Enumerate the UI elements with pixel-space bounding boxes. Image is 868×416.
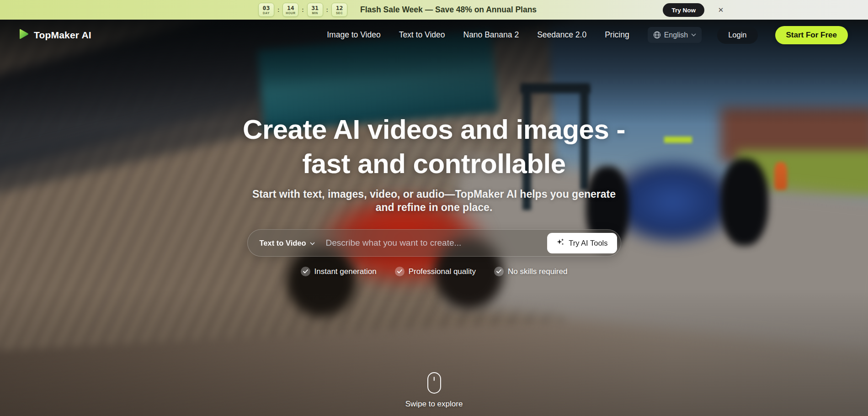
brand-name: TopMaker AI xyxy=(34,30,91,41)
feature-no-skills-required: No skills required xyxy=(494,267,567,276)
check-icon xyxy=(494,267,504,276)
mouse-scroll-icon xyxy=(427,372,441,394)
feature-instant-generation: Instant generation xyxy=(301,267,377,276)
feature-label: Instant generation xyxy=(314,267,377,276)
countdown-timer: 03 DAY : 14 HOUR : 31 MIN : 12 SEC xyxy=(258,3,347,17)
hero-title: Create AI videos and images - fast and c… xyxy=(0,112,868,181)
hero-content: Create AI videos and images - fast and c… xyxy=(0,20,868,276)
countdown-hours-unit: HOUR xyxy=(286,11,295,15)
countdown-days-value: 03 xyxy=(263,5,270,11)
feature-label: No skills required xyxy=(508,267,567,276)
countdown-separator: : xyxy=(326,6,328,13)
hero-title-line2: fast and controllable xyxy=(302,148,565,179)
prompt-input[interactable] xyxy=(326,238,548,248)
prompt-bar: Text to Video Try AI Tools xyxy=(247,229,621,257)
brand-logo[interactable]: TopMaker AI xyxy=(17,28,91,42)
mode-select-label: Text to Video xyxy=(260,239,306,247)
check-icon xyxy=(395,267,405,276)
mode-select-dropdown[interactable]: Text to Video xyxy=(248,239,315,247)
nav-item-text-to-video[interactable]: Text to Video xyxy=(399,30,445,40)
start-for-free-button[interactable]: Start For Free xyxy=(775,26,848,44)
nav-menu: Image to Video Text to Video Nano Banana… xyxy=(327,30,629,40)
language-label: English xyxy=(664,31,688,39)
feature-professional-quality: Professional quality xyxy=(395,267,476,276)
countdown-hours: 14 HOUR xyxy=(282,3,298,17)
sparkles-icon xyxy=(556,238,564,248)
countdown-seconds-value: 12 xyxy=(336,5,343,11)
countdown-separator: : xyxy=(277,6,279,13)
countdown-seconds-unit: SEC xyxy=(336,11,343,15)
nav-item-nano-banana-2[interactable]: Nano Banana 2 xyxy=(463,30,519,40)
try-ai-tools-label: Try AI Tools xyxy=(569,239,607,247)
try-now-button[interactable]: Try Now xyxy=(663,3,704,17)
language-selector[interactable]: English xyxy=(648,27,702,43)
swipe-hint-label: Swipe to explore xyxy=(405,400,463,409)
mouse-wheel xyxy=(433,377,435,381)
chevron-down-icon xyxy=(691,33,696,37)
nav-item-pricing[interactable]: Pricing xyxy=(605,30,629,40)
countdown-minutes: 31 MIN xyxy=(307,3,323,17)
hero-section: TopMaker AI Image to Video Text to Video… xyxy=(0,20,868,416)
hero-title-line1: Create AI videos and images - xyxy=(243,114,625,145)
play-logo-icon xyxy=(17,28,30,42)
close-icon[interactable]: ✕ xyxy=(716,5,725,15)
main-nav: TopMaker AI Image to Video Text to Video… xyxy=(0,20,868,50)
countdown-minutes-unit: MIN xyxy=(312,11,318,15)
flash-sale-message: Flash Sale Week — Save 48% on Annual Pla… xyxy=(360,5,537,15)
check-icon xyxy=(301,267,310,276)
feature-label: Professional quality xyxy=(409,267,476,276)
countdown-seconds: 12 SEC xyxy=(331,3,347,17)
flash-sale-banner: 03 DAY : 14 HOUR : 31 MIN : 12 SEC Flash… xyxy=(0,0,868,20)
countdown-hours-value: 14 xyxy=(287,5,294,11)
hero-subtitle-line1: Start with text, images, video, or audio… xyxy=(252,188,616,200)
feature-list: Instant generation Professional quality … xyxy=(0,267,868,276)
chevron-down-icon xyxy=(310,239,315,247)
nav-item-seedance-2-0[interactable]: Seedance 2.0 xyxy=(537,30,586,40)
nav-item-image-to-video[interactable]: Image to Video xyxy=(327,30,380,40)
globe-icon xyxy=(653,31,661,39)
countdown-minutes-value: 31 xyxy=(311,5,319,11)
hero-subtitle-line2: and refine in one place. xyxy=(376,201,493,213)
countdown-separator: : xyxy=(302,6,304,13)
try-ai-tools-button[interactable]: Try AI Tools xyxy=(547,233,617,253)
login-button[interactable]: Login xyxy=(717,26,757,44)
hero-subtitle: Start with text, images, video, or audio… xyxy=(0,188,868,214)
countdown-days-unit: DAY xyxy=(263,11,270,15)
countdown-days: 03 DAY xyxy=(258,3,274,17)
swipe-hint: Swipe to explore xyxy=(0,372,868,409)
